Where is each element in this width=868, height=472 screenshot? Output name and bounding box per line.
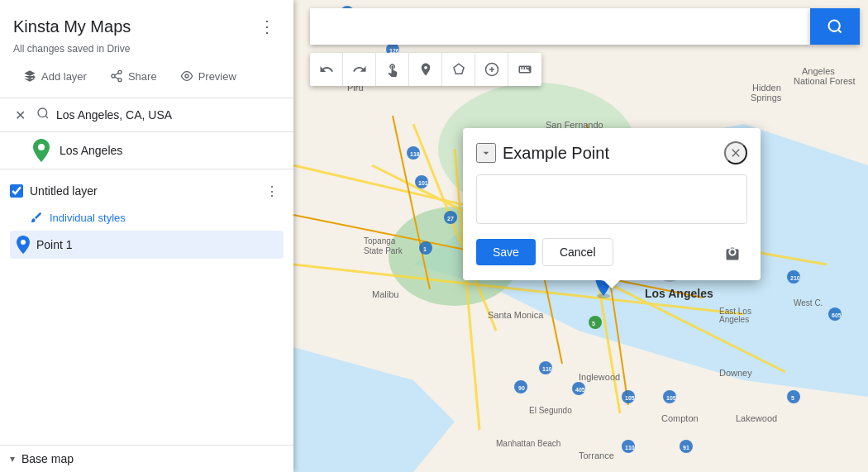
- location-item[interactable]: Los Angeles: [0, 132, 293, 169]
- layer-title: Untitled layer: [30, 184, 254, 198]
- svg-point-93: [829, 21, 840, 31]
- save-status: All changes saved in Drive: [0, 40, 293, 64]
- svg-marker-95: [454, 64, 464, 74]
- shape-tool-icon: [451, 62, 466, 77]
- individual-styles-row[interactable]: Individual styles: [10, 206, 284, 229]
- search-query-text: Los Angeles, CA, USA: [56, 108, 284, 122]
- svg-line-94: [838, 30, 842, 33]
- collapse-icon: [479, 146, 493, 160]
- svg-text:5: 5: [592, 321, 595, 327]
- preview-icon: [180, 69, 193, 83]
- top-search-button[interactable]: [810, 8, 860, 45]
- svg-text:Los Angeles: Los Angeles: [645, 287, 713, 300]
- ruler-tool-icon: [517, 62, 532, 77]
- add-layer-icon: [23, 69, 36, 83]
- measure-tool-button[interactable]: [475, 53, 508, 86]
- undo-tool-button[interactable]: [310, 53, 343, 86]
- undo-icon: [319, 62, 334, 77]
- svg-text:105: 105: [625, 395, 635, 401]
- svg-text:605: 605: [832, 312, 842, 318]
- layer-more-button[interactable]: ⋮: [260, 179, 284, 203]
- svg-text:110: 110: [542, 366, 552, 372]
- base-map-label: Base map: [21, 452, 74, 465]
- pin-tool-icon: [418, 62, 433, 77]
- camera-button[interactable]: [718, 237, 747, 267]
- popup-collapse-button[interactable]: [476, 143, 496, 163]
- add-layer-label: Add layer: [41, 70, 87, 83]
- svg-text:Santa Monica: Santa Monica: [488, 310, 544, 320]
- share-icon: [110, 69, 123, 83]
- paint-brush-icon: [30, 211, 43, 224]
- hand-icon: [385, 62, 400, 77]
- ruler-tool-button[interactable]: [508, 53, 541, 86]
- add-layer-button[interactable]: Add layer: [13, 64, 97, 88]
- svg-point-88: [185, 74, 188, 78]
- svg-point-85: [118, 79, 122, 82]
- pin-tool-button[interactable]: [409, 53, 442, 86]
- map-tools: [310, 53, 541, 86]
- redo-tool-button[interactable]: [343, 53, 376, 86]
- svg-text:Springs: Springs: [751, 93, 782, 103]
- popup-close-button[interactable]: [724, 141, 747, 164]
- individual-styles-label: Individual styles: [50, 212, 126, 224]
- svg-text:90: 90: [518, 385, 525, 391]
- svg-line-86: [115, 77, 119, 79]
- svg-line-87: [115, 73, 119, 75]
- search-close-button[interactable]: ✕: [10, 105, 30, 125]
- svg-point-91: [38, 144, 45, 150]
- search-button-icon: [827, 18, 843, 35]
- svg-point-92: [21, 240, 26, 245]
- svg-point-89: [38, 108, 47, 117]
- svg-text:91: 91: [683, 445, 689, 451]
- svg-text:West C.: West C.: [794, 298, 823, 308]
- svg-text:5: 5: [791, 395, 794, 401]
- search-icon: [36, 107, 50, 123]
- green-pin-icon: [33, 139, 50, 162]
- svg-text:Hidden: Hidden: [752, 83, 781, 93]
- more-vert-icon: ⋮: [259, 17, 275, 36]
- hand-tool-button[interactable]: [376, 53, 409, 86]
- layer-header: Untitled layer ⋮: [10, 176, 284, 206]
- top-search-input[interactable]: [310, 8, 810, 45]
- svg-text:210: 210: [790, 275, 800, 281]
- svg-point-65: [589, 316, 602, 329]
- popup-cancel-button[interactable]: Cancel: [542, 238, 613, 266]
- popup-description-input[interactable]: [476, 174, 747, 224]
- layer-section: Untitled layer ⋮ Individual styles Point…: [0, 169, 293, 445]
- popup-close-icon: [729, 146, 742, 160]
- svg-text:Angeles: Angeles: [802, 66, 835, 76]
- svg-text:110: 110: [625, 445, 635, 451]
- sidebar: Kinsta My Maps ⋮ All changes saved in Dr…: [0, 0, 293, 472]
- svg-text:Lakewood: Lakewood: [736, 413, 777, 423]
- svg-text:1: 1: [423, 246, 427, 252]
- layer-checkbox[interactable]: [10, 184, 23, 198]
- more-options-button[interactable]: ⋮: [254, 13, 280, 40]
- camera-icon: [724, 244, 741, 260]
- base-map-section[interactable]: ▾ Base map: [0, 445, 293, 472]
- svg-text:Malibu: Malibu: [372, 289, 398, 299]
- svg-text:Compton: Compton: [661, 413, 699, 423]
- svg-point-83: [118, 70, 122, 74]
- popup-save-button[interactable]: Save: [476, 239, 536, 265]
- svg-text:Downey: Downey: [719, 368, 752, 378]
- layer-more-icon: ⋮: [265, 184, 279, 199]
- point1-row[interactable]: Point 1: [10, 231, 284, 259]
- svg-text:El Segundo: El Segundo: [529, 406, 572, 415]
- preview-label: Preview: [198, 70, 236, 83]
- preview-button[interactable]: Preview: [170, 64, 246, 88]
- svg-text:101: 101: [418, 180, 428, 186]
- svg-text:118: 118: [410, 151, 420, 157]
- share-button[interactable]: Share: [100, 64, 167, 88]
- chevron-down-icon: ▾: [10, 453, 15, 465]
- popup-title-row: Example Point: [476, 143, 609, 163]
- share-label: Share: [128, 70, 157, 83]
- svg-text:105: 105: [666, 395, 676, 401]
- svg-text:Inglewood: Inglewood: [579, 372, 620, 382]
- map-title: Kinsta My Maps: [13, 17, 131, 36]
- svg-text:Angeles: Angeles: [719, 315, 749, 324]
- location-name: Los Angeles: [60, 144, 122, 157]
- shape-tool-button[interactable]: [442, 53, 475, 86]
- svg-point-84: [112, 74, 115, 78]
- search-section: ✕ Los Angeles, CA, USA: [0, 98, 293, 132]
- popup-pointer: [603, 280, 620, 288]
